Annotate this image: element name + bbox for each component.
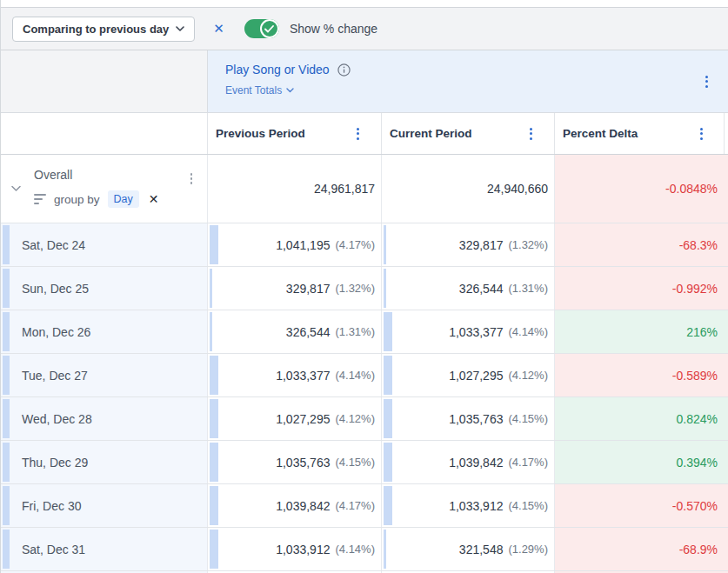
- event-header: Play Song or Video Event Totals: [208, 50, 728, 112]
- value-bar: [210, 443, 218, 482]
- row-color-bar: [3, 312, 10, 351]
- percent-delta-cell: -68.9%: [555, 528, 728, 570]
- percent-delta-cell: -68.3%: [555, 223, 728, 266]
- value-bar: [384, 530, 386, 569]
- delta-value: -68.3%: [679, 238, 718, 252]
- compare-dropdown[interactable]: Comparing to previous day: [12, 17, 195, 42]
- value-bar: [210, 225, 218, 264]
- previous-period-cell: 326,544 (1.31%): [208, 310, 382, 353]
- percent-delta-header: Percent Delta: [555, 113, 728, 154]
- current-percent: (4.14%): [508, 325, 548, 338]
- row-color-bar: [3, 486, 10, 525]
- table-row: Sat, Dec 31 1,033,912 (4.14%) 321,548 (1…: [1, 528, 728, 571]
- value-bar: [384, 312, 392, 351]
- current-percent: (4.12%): [508, 369, 548, 382]
- row-date-label: Sat, Dec 31: [22, 543, 85, 556]
- overall-delta-value: -0.0848%: [665, 182, 718, 196]
- row-date-label: Sat, Dec 24: [22, 238, 85, 252]
- remove-comparison-icon[interactable]: ✕: [213, 21, 224, 37]
- event-band-left-spacer: [1, 50, 208, 112]
- delta-value: -0.992%: [672, 282, 718, 296]
- group-by-label: group by: [54, 193, 100, 206]
- metric-dropdown[interactable]: Event Totals: [225, 84, 728, 97]
- chevron-down-icon: [286, 88, 294, 93]
- current-period-cell: 1,033,912 (4.15%): [382, 484, 555, 527]
- column-menu-icon[interactable]: [698, 125, 705, 143]
- overall-row: Overall group by Day ✕ 24,961,817 24,940…: [1, 155, 728, 223]
- table-row: Tue, Dec 27 1,033,377 (4.14%) 1,027,295 …: [1, 354, 728, 397]
- table-row: Wed, Dec 28 1,027,295 (4.12%) 1,035,763 …: [1, 397, 728, 441]
- previous-percent: (4.17%): [335, 238, 375, 251]
- current-value: 329,817: [459, 238, 504, 252]
- column-menu-icon[interactable]: [354, 125, 362, 143]
- previous-period-cell: 1,027,295 (4.12%): [208, 397, 382, 440]
- previous-period-cell: 1,033,912 (4.14%): [208, 528, 382, 570]
- current-percent: (4.15%): [508, 412, 548, 425]
- percent-delta-cell: 0.824%: [555, 397, 728, 440]
- current-value: 1,033,912: [449, 499, 503, 513]
- current-period-cell: 321,548 (1.29%): [382, 528, 555, 570]
- value-bar: [210, 269, 212, 308]
- current-value: 1,033,377: [449, 325, 503, 339]
- value-bar: [210, 356, 218, 395]
- comparison-toolbar: Comparing to previous day ✕ Show % chang…: [1, 7, 728, 50]
- percent-delta-cell: -0.570%: [555, 484, 728, 527]
- show-percent-change-toggle[interactable]: [244, 19, 279, 38]
- delta-value: -0.570%: [672, 499, 718, 513]
- current-period-header-label: Current Period: [390, 127, 472, 140]
- event-menu-icon[interactable]: [703, 73, 711, 90]
- value-bar: [384, 269, 386, 308]
- previous-period-cell: 1,039,842 (4.17%): [208, 484, 382, 527]
- overall-label: Overall: [34, 168, 72, 182]
- current-period-cell: 1,039,842 (4.17%): [382, 441, 555, 483]
- table-row: Mon, Dec 26 326,544 (1.31%) 1,033,377 (4…: [1, 310, 728, 354]
- current-period-cell: 329,817 (1.32%): [382, 223, 555, 266]
- previous-period-cell: 1,041,195 (4.17%): [208, 223, 382, 266]
- percent-delta-cell: 216%: [555, 310, 728, 353]
- row-label-cell: Wed, Dec 28: [1, 397, 208, 440]
- table-row: Sun, Dec 25 329,817 (1.32%) 326,544 (1.3…: [1, 267, 728, 310]
- previous-percent: (4.15%): [335, 456, 375, 469]
- current-percent: (1.29%): [508, 543, 548, 556]
- row-label-column-header: [1, 113, 208, 154]
- event-title[interactable]: Play Song or Video: [225, 63, 330, 77]
- value-bar: [210, 312, 212, 351]
- row-label-cell: Sun, Dec 25: [1, 267, 208, 310]
- current-period-cell: 326,544 (1.31%): [382, 267, 555, 310]
- value-bar: [384, 399, 392, 438]
- overall-menu-icon[interactable]: [188, 170, 196, 187]
- row-color-bar: [3, 225, 10, 264]
- delta-value: -0.589%: [672, 369, 718, 383]
- row-date-label: Fri, Dec 30: [22, 499, 81, 513]
- collapse-chevron-icon[interactable]: [11, 186, 21, 192]
- row-color-bar: [3, 399, 10, 438]
- info-icon[interactable]: [337, 63, 351, 77]
- overall-delta-cell: -0.0848%: [555, 155, 728, 223]
- remove-group-by-icon[interactable]: ✕: [149, 192, 159, 206]
- current-period-cell: 1,035,763 (4.15%): [382, 397, 555, 440]
- metric-dropdown-label: Event Totals: [225, 84, 282, 97]
- column-menu-icon[interactable]: [527, 125, 535, 143]
- row-date-label: Mon, Dec 26: [22, 325, 90, 339]
- current-period-header: Current Period: [382, 113, 555, 154]
- previous-value: 1,033,912: [276, 543, 330, 556]
- row-label-cell: Tue, Dec 27: [1, 354, 208, 396]
- current-value: 1,039,842: [449, 456, 503, 470]
- value-bar: [384, 443, 392, 482]
- row-label-cell: Thu, Dec 29: [1, 441, 208, 483]
- group-by-day-chip[interactable]: Day: [108, 190, 139, 208]
- value-bar: [210, 530, 218, 569]
- table-row: Fri, Dec 30 1,039,842 (4.17%) 1,033,912 …: [1, 484, 728, 528]
- top-spacer: [1, 0, 728, 7]
- row-color-bar: [3, 530, 10, 569]
- value-bar: [384, 356, 392, 395]
- previous-percent: (4.12%): [335, 412, 375, 425]
- previous-percent: (4.14%): [335, 543, 375, 556]
- row-color-bar: [3, 269, 10, 308]
- overall-current-value: 24,940,660: [487, 182, 548, 196]
- previous-percent: (4.14%): [335, 369, 375, 382]
- overall-previous-cell: 24,961,817: [208, 155, 382, 223]
- current-value: 326,544: [459, 282, 504, 296]
- previous-value: 1,027,295: [276, 412, 330, 426]
- previous-percent: (1.31%): [335, 325, 375, 338]
